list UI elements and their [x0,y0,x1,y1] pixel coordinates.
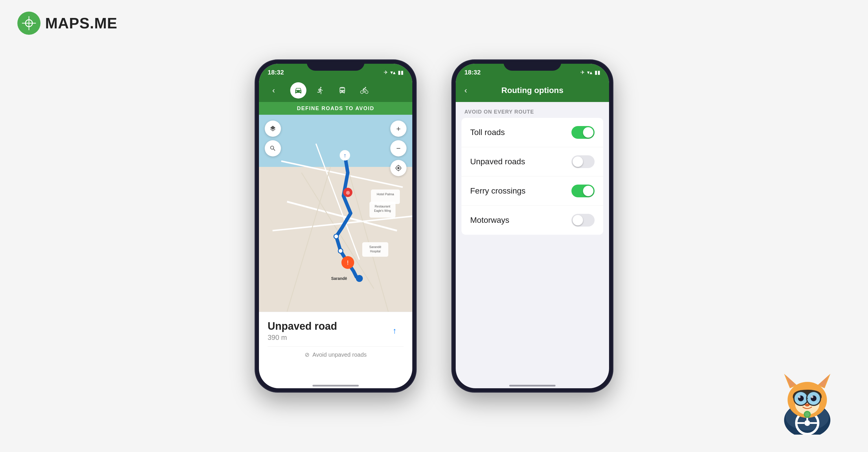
search-button[interactable] [265,140,281,157]
option-label-toll-roads: Toll roads [470,128,505,137]
toggle-unpaved-roads[interactable] [571,155,595,168]
layers-button[interactable] [265,120,281,137]
toggle-knob-motorways [572,215,583,225]
status-bar-2: 18:32 ✈ ▾▴ ▮▮ [456,64,609,79]
zoom-out-button[interactable]: − [390,140,406,157]
zoom-in-icon: + [396,124,400,133]
toggle-ferry-crossings[interactable] [571,185,595,197]
map-area[interactable]: ↑ ⊗ ! Hotel Palma Restaurant Eagle's Win… [259,115,412,312]
route-map: ↑ ⊗ ! Hotel Palma Restaurant Eagle's Win… [259,115,412,312]
home-indicator-1 [312,385,359,387]
svg-point-51 [798,396,801,398]
svg-line-4 [281,161,403,187]
road-name: Unpaved road [268,320,404,332]
option-motorways: Motorways [462,206,603,235]
svg-point-12 [334,234,339,239]
back-button-1[interactable]: ‹ [272,86,275,95]
locate-button[interactable] [390,160,406,176]
status-bar-1: 18:32 ✈ ▾▴ ▮▮ [259,64,412,79]
transport-bus[interactable] [334,82,350,98]
nav-bar-1: ‹ [259,79,412,102]
map-controls-left [265,120,281,157]
svg-rect-25 [362,242,388,257]
svg-point-53 [805,404,810,406]
avoid-icon: ⊘ [305,351,310,358]
home-indicator-2 [509,385,556,387]
svg-point-11 [338,249,343,253]
svg-text:Hotel Palma: Hotel Palma [377,192,394,196]
toggle-knob-toll-roads [583,127,593,138]
routing-title: Routing options [476,86,589,95]
svg-text:Eagle's Wing: Eagle's Wing [374,209,391,213]
phone-2: 18:32 ✈ ▾▴ ▮▮ ‹ Routing options AVOID ON… [452,59,613,393]
transport-walk[interactable] [312,82,329,98]
zoom-out-icon: − [396,144,400,153]
logo-icon [18,11,40,35]
status-time-1: 18:32 [268,69,284,76]
option-label-ferry-crossings: Ferry crossings [470,186,525,196]
svg-text:Hospital: Hospital [370,250,380,253]
routing-header: ‹ Routing options [456,79,609,102]
avoid-label: Avoid unpaved roads [312,351,367,358]
transport-car[interactable] [290,82,306,98]
routing-back-button[interactable]: ‹ [464,86,476,95]
main-container: 18:32 ✈ ▾▴ ▮▮ ‹ [255,59,613,393]
svg-text:!: ! [347,259,349,266]
bottom-card: Unpaved road 390 m ↑ ⊘ Avoid unpaved roa… [259,312,412,363]
option-unpaved-roads: Unpaved roads [462,147,603,176]
option-toll-roads: Toll roads [462,118,603,147]
svg-point-32 [804,420,810,426]
transport-bike[interactable] [356,82,372,98]
svg-text:⊗: ⊗ [346,190,350,196]
road-distance: 390 m [268,334,404,342]
avoid-bar[interactable]: ⊘ Avoid unpaved roads [268,346,404,358]
map-controls-right: + − [390,120,406,176]
transport-modes [290,82,372,98]
options-list: Toll roads Unpaved roads Ferry crossings [462,118,603,235]
toggle-motorways[interactable] [571,214,595,227]
svg-text:↑: ↑ [343,152,346,159]
svg-text:Sarandë: Sarandë [331,276,347,281]
phone-1: 18:32 ✈ ▾▴ ▮▮ ‹ [255,59,416,393]
toggle-toll-roads[interactable] [571,126,595,139]
svg-point-55 [805,412,810,417]
svg-line-10 [287,167,331,312]
phone-2-screen: 18:32 ✈ ▾▴ ▮▮ ‹ Routing options AVOID ON… [456,64,609,388]
status-icons-1: ✈ ▾▴ ▮▮ [384,69,404,76]
define-banner: DEFINE ROADS TO AVOID [259,102,412,115]
option-label-motorways: Motorways [470,216,509,225]
section-label: AVOID ON EVERY ROUTE [456,102,609,118]
direction-arrow: ↑ [393,326,397,336]
svg-point-19 [356,275,363,282]
option-label-unpaved-roads: Unpaved roads [470,157,525,166]
status-icons-2: ✈ ▾▴ ▮▮ [580,69,600,76]
svg-text:Restaurant: Restaurant [375,204,390,208]
svg-line-8 [345,158,388,312]
svg-point-52 [811,396,813,398]
option-ferry-crossings: Ferry crossings [462,176,603,206]
toggle-knob-ferry-crossings [583,186,593,196]
zoom-in-button[interactable]: + [390,120,406,137]
logo-text: MAPS.ME [45,15,118,32]
phone-1-screen: 18:32 ✈ ▾▴ ▮▮ ‹ [259,64,412,388]
svg-line-7 [302,173,374,289]
logo-area: MAPS.ME [18,11,118,35]
mascot [770,359,845,434]
status-time-2: 18:32 [464,69,480,76]
svg-text:Sarandë: Sarandë [369,245,381,249]
toggle-knob-unpaved-roads [572,157,583,167]
